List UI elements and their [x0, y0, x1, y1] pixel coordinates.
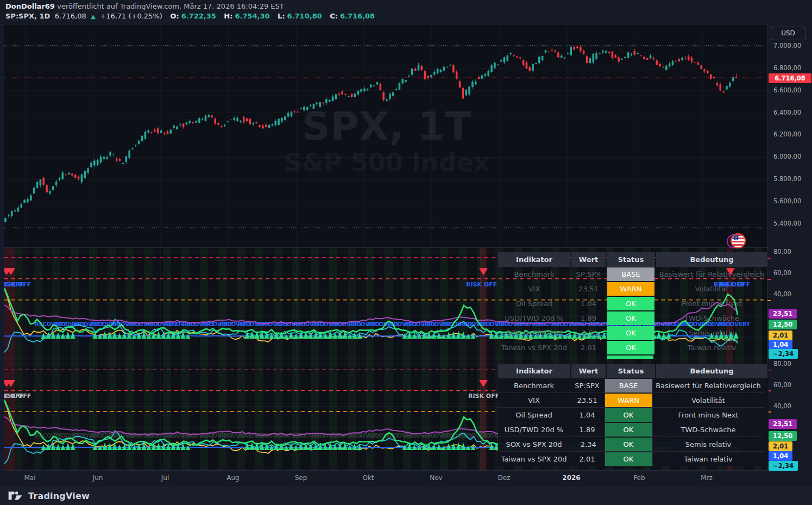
indicator-value-badge: 12,50: [769, 320, 797, 329]
low-label: L:: [278, 12, 285, 20]
watermark-symbol: SPX, 1T: [302, 103, 471, 149]
table-cell: VIX: [498, 393, 570, 408]
time-tick-label[interactable]: Mai: [24, 474, 35, 482]
time-tick-label[interactable]: 2026: [562, 474, 580, 482]
tradingview-snapshot: DonDollar69 veröffentlicht auf TradingVi…: [0, 0, 812, 505]
status-badge: OK: [607, 341, 654, 354]
time-tick-label[interactable]: Jul: [161, 474, 169, 482]
table-cell: 23.51: [570, 393, 605, 408]
time-tick-label[interactable]: Jun: [93, 474, 103, 482]
last-price-badge: 6.716,08: [769, 73, 811, 83]
table-cell: SP:SPX: [571, 267, 606, 282]
table-cell: 23.51: [571, 282, 606, 296]
header-separator: [0, 24, 812, 24]
indicator-tick-label: 60,00: [773, 381, 791, 389]
table-row: BenchmarkSP:SPXBASEBasiswert für Relativ…: [498, 267, 769, 282]
table-header-row: IndikatorWertStatusBedeutung: [498, 364, 769, 378]
table-header-row: IndikatorWertStatusBedeutung: [498, 252, 769, 267]
time-tick-label[interactable]: Dez: [498, 474, 511, 482]
table-row: Oil Spread1.04OKFront minus Next: [498, 408, 769, 422]
table-cell: Taiwan vs SPX 20d: [498, 452, 570, 466]
status-badge: OK: [605, 408, 652, 422]
price-tick-label: 6.800,00: [773, 64, 801, 72]
table-row: USD/TWD 20d %1.89OKTWD-Schwäche: [498, 311, 769, 326]
table-cell: SOX vs SPX 20d: [498, 326, 570, 340]
table-cell: Semis relativ: [653, 437, 764, 452]
author-name: DonDollar69: [5, 2, 55, 10]
table-header-cell: Status: [607, 364, 655, 378]
symbol-interval: SP:SPX, 1D: [5, 12, 50, 20]
price-change: +16,71 (+0.25%): [100, 12, 162, 20]
indicator-tick-label: 40,00: [773, 402, 791, 410]
watermark-name: S&P 500 Index: [284, 148, 490, 177]
price-axis[interactable]: USD 7.000,006.800,006.600,006.400,006.20…: [767, 24, 812, 470]
currency-button[interactable]: USD: [771, 27, 805, 40]
table-cell: 1.89: [571, 311, 606, 326]
tradingview-brand[interactable]: TradingView: [28, 491, 90, 501]
status-badge: OK: [605, 423, 652, 437]
status-cell: OK: [605, 408, 653, 422]
indicator-value-badge: 23,51: [769, 419, 797, 429]
status-badge: OK: [607, 311, 654, 325]
time-tick-label[interactable]: Sep: [295, 474, 307, 482]
time-tick-label[interactable]: Nov: [430, 474, 442, 482]
status-sliver: [607, 356, 653, 359]
high-value: 6.754,30: [235, 12, 269, 20]
indicator-tick-label: 80,00: [773, 360, 791, 367]
status-badge: BASE: [605, 379, 652, 392]
status-cell: OK: [607, 296, 655, 311]
price-tick-label: 5.800,00: [773, 175, 801, 183]
status-badge: BASE: [607, 267, 654, 281]
price-tick-label: 6.400,00: [773, 109, 801, 116]
indicator-value-badge: 1,04: [769, 451, 792, 461]
table-header-cell: Indikator: [498, 252, 570, 267]
status-badge: OK: [607, 326, 654, 340]
status-cell: OK: [607, 311, 655, 326]
status-cell: BASE: [607, 267, 655, 282]
time-tick-label[interactable]: Mrz: [701, 474, 713, 482]
price-tick-label: 5.400,00: [773, 220, 801, 227]
price-tick-label: 6.000,00: [773, 153, 801, 160]
risk-off-label: RISK OFF: [4, 392, 31, 400]
table-body: BenchmarkSP:SPXBASEBasiswert für Relativ…: [498, 378, 769, 466]
time-tick-label[interactable]: Okt: [362, 474, 374, 482]
table-cell: 2.01: [571, 340, 606, 355]
table-cell: Front minus Next: [656, 296, 767, 311]
time-tick-label[interactable]: Feb: [633, 474, 645, 482]
status-cell: OK: [605, 452, 653, 466]
status-badge: OK: [605, 438, 652, 451]
up-arrow-icon: ▲: [91, 13, 95, 20]
status-cell: OK: [607, 340, 655, 355]
tradingview-logo-icon[interactable]: [8, 489, 24, 502]
pane-separator: [4, 247, 767, 248]
last-price: 6.716,08: [55, 12, 86, 20]
table-cell: VIX: [498, 282, 570, 296]
table-cell: Volatilität: [653, 393, 764, 408]
high-label: H:: [224, 12, 232, 20]
table-row: Oil Spread1.04OKFront minus Next: [498, 296, 769, 311]
left-margin-strip: [0, 24, 4, 487]
time-tick-label[interactable]: Aug: [226, 474, 239, 482]
table-row: BenchmarkSP:SPXBASEBasiswert für Relativ…: [498, 378, 769, 393]
table-cell: Basiswert für Relativvergleich: [656, 267, 767, 282]
table-cell: SP:SPX: [570, 378, 605, 393]
table-cell: TWD-Schwäche: [656, 311, 767, 326]
table-cell: USD/TWD 20d %: [498, 422, 570, 437]
indicator-value-badge: 12,50: [769, 431, 797, 441]
table-cell: -2.34: [571, 326, 606, 340]
chart-header: DonDollar69 veröffentlicht auf TradingVi…: [0, 0, 812, 24]
time-axis[interactable]: MaiJunJulAugSepOktNovDez2026FebMrz: [0, 471, 812, 487]
status-cell: WARN: [605, 393, 653, 408]
open-label: O:: [170, 12, 179, 20]
table-body: BenchmarkSP:SPXBASEBasiswert für Relativ…: [498, 267, 769, 355]
table-header-cell: Status: [607, 252, 655, 267]
indicator-value-badge: −2,34: [769, 461, 798, 471]
solid-indicator-table: IndikatorWertStatusBedeutungBenchmarkSP:…: [498, 364, 769, 466]
close-value: 6.716,08: [340, 12, 375, 20]
symbol-line: SP:SPX, 1D 6.716,08 ▲ +16,71 (+0.25%) O:…: [5, 12, 377, 20]
indicator-value-badge: 2,01: [769, 331, 792, 340]
table-cell: Volatilität: [656, 282, 767, 296]
price-tick-label: 6.600,00: [773, 86, 801, 94]
table-cell: Benchmark: [498, 378, 570, 393]
status-cell: OK: [605, 422, 653, 437]
